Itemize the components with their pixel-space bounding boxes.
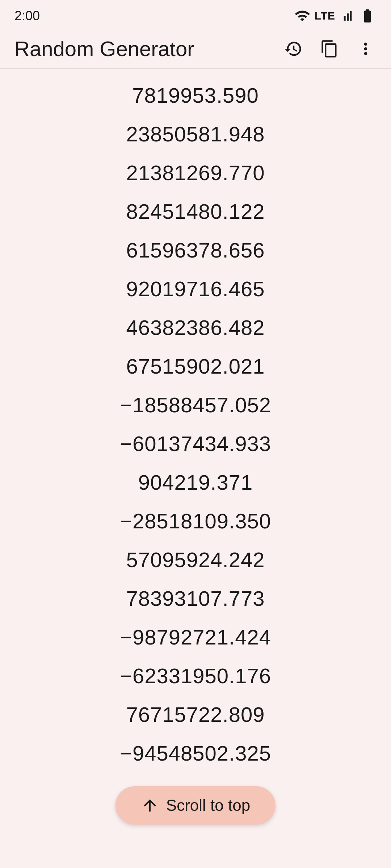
list-item: −98792721.424 — [0, 618, 391, 656]
copy-icon — [320, 39, 339, 58]
list-item: 57095924.242 — [0, 540, 391, 579]
battery-icon — [358, 8, 377, 24]
numbers-list: 7819953.59023850581.94821381269.77082451… — [0, 69, 391, 780]
list-item: 23850581.948 — [0, 115, 391, 153]
list-item: 67515902.021 — [0, 347, 391, 386]
status-bar: 2:00 LTE — [0, 0, 391, 29]
list-item: −60137434.933 — [0, 424, 391, 463]
list-item: 76715722.809 — [0, 695, 391, 734]
history-icon — [284, 39, 303, 58]
signal-icon — [340, 8, 354, 24]
list-item: 61596378.656 — [0, 231, 391, 269]
arrow-up-icon — [141, 796, 159, 814]
list-item: 7819953.590 — [0, 76, 391, 115]
scroll-to-top-button[interactable]: Scroll to top — [115, 786, 276, 825]
list-item: −62331950.176 — [0, 656, 391, 695]
toolbar: Random Generator — [0, 29, 391, 69]
list-item: 82451480.122 — [0, 192, 391, 231]
status-icons: LTE — [294, 8, 377, 24]
history-button[interactable] — [279, 34, 308, 63]
list-item: −28518109.350 — [0, 502, 391, 540]
list-item: 904219.371 — [0, 463, 391, 502]
more-vert-icon — [356, 39, 375, 58]
list-item: 78393107.773 — [0, 579, 391, 618]
list-item: 92019716.465 — [0, 269, 391, 308]
lte-label: LTE — [315, 10, 335, 22]
list-item: 21381269.770 — [0, 153, 391, 192]
wifi-icon — [294, 8, 310, 24]
list-item: −94548502.325 — [0, 734, 391, 773]
more-button[interactable] — [351, 34, 380, 63]
copy-button[interactable] — [315, 34, 344, 63]
scroll-to-top-label: Scroll to top — [166, 796, 250, 814]
status-time: 2:00 — [14, 8, 40, 24]
toolbar-actions — [279, 34, 380, 63]
list-item: 46382386.482 — [0, 308, 391, 347]
page-title: Random Generator — [14, 37, 194, 61]
list-item: −18588457.052 — [0, 386, 391, 424]
